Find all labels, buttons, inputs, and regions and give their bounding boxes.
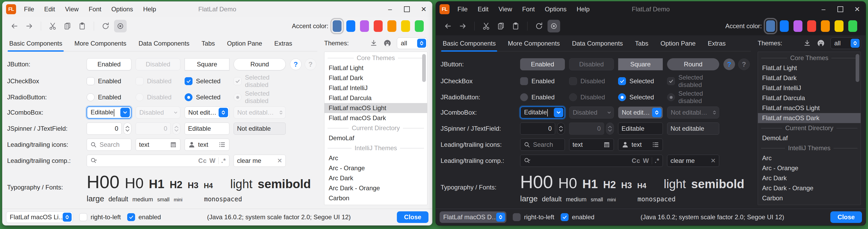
menu-font[interactable]: Font <box>89 5 101 13</box>
right-to-left-checkbox[interactable]: right-to-left <box>79 213 121 221</box>
right-to-left-checkbox[interactable]: right-to-left <box>513 213 554 221</box>
themes-filter-combobox[interactable]: all <box>830 37 861 49</box>
laf-combobox[interactable]: FlatLaf macOS D… <box>439 211 506 223</box>
combobox-updown-button[interactable] <box>63 213 72 222</box>
tab-data-components[interactable]: Data Components <box>138 40 189 51</box>
scrollbar-thumb[interactable] <box>422 54 426 82</box>
enabled-checkbox[interactable]: enabled <box>127 213 161 221</box>
accent-swatch[interactable] <box>346 20 355 32</box>
clear-me-input[interactable]: clear me ✕ <box>234 155 286 167</box>
square-button[interactable]: Square <box>185 58 229 70</box>
combobox-updown-button[interactable] <box>496 213 505 222</box>
download-themes-button[interactable] <box>370 39 378 48</box>
menu-view[interactable]: View <box>65 5 79 13</box>
theme-list-item[interactable]: FlatLaf macOS Dark <box>324 113 427 123</box>
cut-button[interactable] <box>46 20 59 32</box>
accent-swatch[interactable] <box>401 20 410 32</box>
show-hover-toggle-button[interactable] <box>548 20 560 32</box>
theme-list-item[interactable]: FlatLaf Light <box>758 63 861 73</box>
theme-list-item[interactable]: Arc <box>758 153 861 163</box>
accent-swatch[interactable] <box>333 20 342 32</box>
textfield-editable[interactable]: Editable <box>185 122 229 135</box>
enabled-button[interactable]: Enabled <box>520 58 565 70</box>
theme-list-item[interactable]: Arc <box>324 153 427 163</box>
radio-selected[interactable]: Selected <box>618 93 663 101</box>
theme-list-item[interactable]: FlatLaf IntelliJ <box>758 83 861 93</box>
accent-swatch[interactable] <box>835 20 843 32</box>
help-button[interactable]: ? <box>290 58 302 70</box>
github-button[interactable] <box>383 39 392 48</box>
theme-list-item[interactable]: Arc Dark - Orange <box>324 183 427 193</box>
close-button[interactable]: Close <box>397 211 429 223</box>
download-themes-button[interactable] <box>803 39 811 48</box>
square-button[interactable]: Square <box>618 58 663 70</box>
theme-list-item[interactable]: Arc - Orange <box>324 163 427 173</box>
theme-list-item[interactable]: Arc Dark - Orange <box>758 183 861 193</box>
tab-extras[interactable]: Extras <box>708 40 725 51</box>
checkbox-selected[interactable]: Selected <box>185 77 229 85</box>
back-button[interactable] <box>8 20 21 32</box>
round-button[interactable]: Round <box>234 58 286 70</box>
clear-icon[interactable]: ✕ <box>277 157 282 165</box>
laf-combobox[interactable]: FlatLaf macOS Li… <box>6 211 73 223</box>
combobox-updown-button[interactable] <box>850 39 860 48</box>
paste-button[interactable] <box>76 20 89 32</box>
enabled-button[interactable]: Enabled <box>87 58 131 70</box>
tab-tabs[interactable]: Tabs <box>202 40 215 51</box>
github-button[interactable] <box>817 39 825 48</box>
tab-basic-components[interactable]: Basic Components <box>443 40 496 51</box>
menu-help[interactable]: Help <box>577 5 589 13</box>
accent-swatch[interactable] <box>360 20 369 32</box>
tab-basic-components[interactable]: Basic Components <box>9 40 62 51</box>
combobox-updown-button[interactable] <box>417 39 426 48</box>
accent-swatch[interactable] <box>794 20 802 32</box>
accent-swatch[interactable] <box>807 20 816 32</box>
theme-list-item[interactable]: DemoLaf <box>324 133 427 143</box>
combobox-editable[interactable]: Editable <box>520 107 565 119</box>
combobox-arrow-button[interactable] <box>120 108 130 117</box>
tab-option-pane[interactable]: Option Pane <box>227 40 262 51</box>
round-button[interactable]: Round <box>667 58 719 70</box>
theme-list-item[interactable]: Arc Dark <box>324 173 427 183</box>
clear-me-input[interactable]: clear me ✕ <box>667 155 719 167</box>
theme-list-item[interactable]: FlatLaf macOS Light <box>758 103 861 113</box>
radio-enabled[interactable]: Enabled <box>520 93 565 101</box>
search-with-options-input[interactable]: Cc W .* <box>520 155 663 167</box>
back-button[interactable] <box>442 20 454 32</box>
menu-file[interactable]: File <box>24 5 34 13</box>
menu-options[interactable]: Options <box>112 5 133 13</box>
match-case-button[interactable]: Cc <box>198 157 207 165</box>
refresh-button[interactable] <box>533 20 546 32</box>
match-case-button[interactable]: Cc <box>632 157 641 165</box>
accent-swatch[interactable] <box>374 20 383 32</box>
checkbox-enabled[interactable]: Enabled <box>87 77 131 85</box>
spinner-stepper[interactable] <box>557 122 565 135</box>
spinner-input[interactable]: 0 <box>87 122 122 135</box>
combobox-editable[interactable]: Editable <box>87 107 131 119</box>
maximize-button[interactable] <box>398 2 415 17</box>
theme-list-item[interactable]: FlatLaf macOS Light <box>324 103 427 113</box>
theme-list-item[interactable]: Arc Dark <box>758 173 861 183</box>
tab-more-components[interactable]: More Components <box>508 40 560 51</box>
text-input-calendar[interactable]: text <box>569 139 614 151</box>
accent-swatch[interactable] <box>848 20 857 32</box>
help-button[interactable]: ? <box>723 58 735 70</box>
theme-list-item[interactable]: FlatLaf Light <box>324 63 427 73</box>
theme-list-item[interactable]: FlatLaf macOS Dark <box>758 113 861 123</box>
combobox-updown-button[interactable] <box>652 108 661 117</box>
theme-list-item[interactable]: Arc - Orange <box>758 163 861 173</box>
paste-button[interactable] <box>509 20 522 32</box>
cut-button[interactable] <box>480 20 493 32</box>
theme-list-item[interactable]: FlatLaf Darcula <box>324 93 427 103</box>
menu-edit[interactable]: Edit <box>44 5 55 13</box>
regex-button[interactable]: .* <box>221 157 226 165</box>
search-with-options-input[interactable]: Cc W .* <box>87 155 229 167</box>
checkbox-enabled[interactable]: Enabled <box>520 77 565 85</box>
menu-view[interactable]: View <box>498 5 512 13</box>
search-input[interactable]: Search <box>520 139 565 151</box>
themes-filter-combobox[interactable]: all <box>397 37 427 49</box>
combobox-updown-button[interactable] <box>219 108 228 117</box>
spinner-input[interactable]: 0 <box>520 122 555 135</box>
accent-swatch[interactable] <box>766 20 775 32</box>
theme-list-item[interactable]: FlatLaf Darcula <box>758 93 861 103</box>
